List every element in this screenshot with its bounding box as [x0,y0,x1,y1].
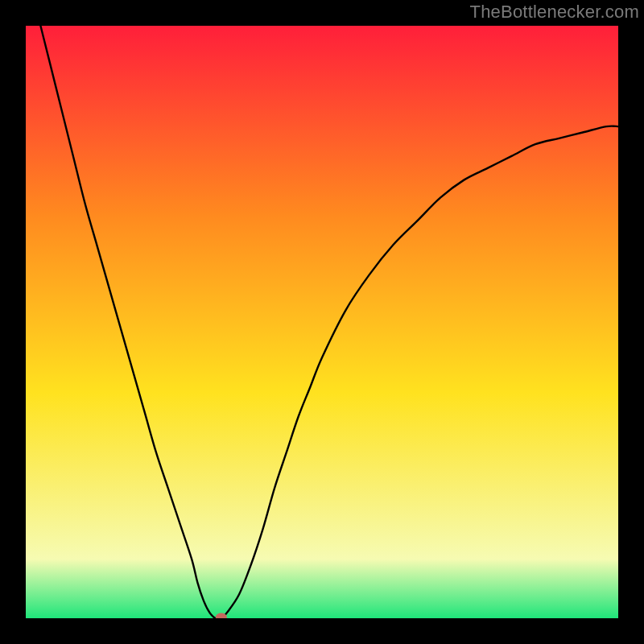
chart-frame: TheBottlenecker.com [0,0,644,644]
gradient-background [26,26,618,618]
plot-area [26,26,618,618]
bottleneck-chart-svg [26,26,618,618]
attribution-text: TheBottlenecker.com [470,2,639,23]
